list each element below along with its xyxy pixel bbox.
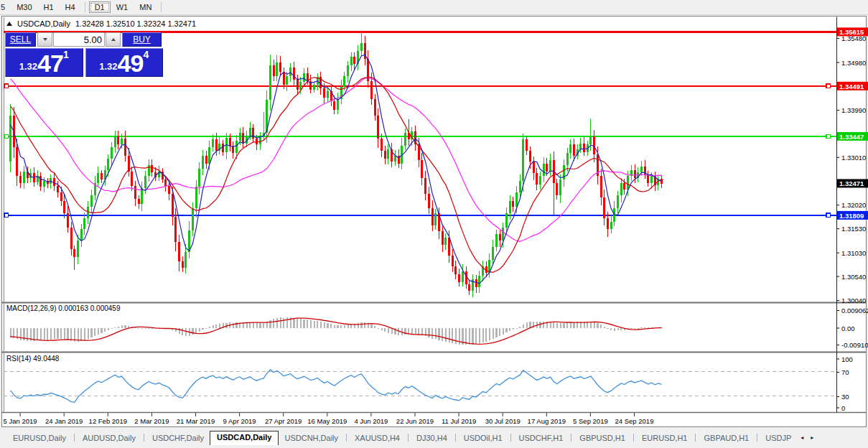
buy-price-big: 49 <box>118 53 144 75</box>
svg-text:1.33990: 1.33990 <box>841 106 866 114</box>
chart-tab-dj30-h4[interactable]: DJ30,H4 <box>411 431 453 445</box>
svg-text:22 Jun 2019: 22 Jun 2019 <box>396 417 434 425</box>
line-handle[interactable] <box>4 84 9 88</box>
svg-text:5 Sep 2019: 5 Sep 2019 <box>573 417 608 425</box>
chart-tab-usdcnh-daily[interactable]: USDCNH,Daily <box>279 431 344 445</box>
line-handle[interactable] <box>4 134 9 139</box>
tab-separator <box>633 434 634 442</box>
svg-text:-0.009107: -0.009107 <box>841 341 868 349</box>
chart-tab-xauusd-h4[interactable]: XAUUSD,H4 <box>349 431 406 445</box>
chart-symbol-title: USDCAD,Daily <box>17 19 70 28</box>
svg-text:17 Aug 2019: 17 Aug 2019 <box>528 417 566 425</box>
chart-tab-usdoil-h1[interactable]: USDOil,H1 <box>458 431 508 445</box>
toolbar-separator <box>161 2 162 12</box>
toolbar-separator <box>85 2 85 12</box>
svg-text:0.00: 0.00 <box>841 325 855 332</box>
timeframe-button-mn[interactable]: MN <box>134 1 157 13</box>
volume-increase-button[interactable] <box>106 32 121 47</box>
timeframe-button-h1[interactable]: H1 <box>38 1 60 13</box>
svg-text:1.34491: 1.34491 <box>839 83 864 90</box>
tab-separator <box>144 434 144 442</box>
sell-price-big: 47 <box>37 53 63 75</box>
timeframe-button-w1[interactable]: W1 <box>111 1 134 13</box>
svg-text:5 Jan 2019: 5 Jan 2019 <box>4 417 37 425</box>
svg-text:1.35615: 1.35615 <box>839 28 864 36</box>
chart-tab-bar: EURUSD,DailyAUDUSD,DailyUSDCHF,DailyUSDC… <box>0 431 868 445</box>
chart-collapse-icon[interactable] <box>6 22 12 26</box>
volume-decrease-button[interactable] <box>37 32 52 47</box>
chevron-up-icon <box>111 38 116 41</box>
svg-text:9 Apr 2019: 9 Apr 2019 <box>223 417 256 425</box>
svg-text:16 May 2019: 16 May 2019 <box>307 417 347 425</box>
svg-text:27 Apr 2019: 27 Apr 2019 <box>265 417 302 425</box>
svg-text:70: 70 <box>841 368 849 376</box>
line-handle[interactable] <box>826 134 831 139</box>
chart-tab-eurusd-h1[interactable]: EURUSD,H1 <box>636 431 694 445</box>
line-handle[interactable] <box>4 213 9 218</box>
buy-button[interactable]: BUY <box>122 32 162 47</box>
sell-price-pip: 1 <box>63 49 69 60</box>
svg-text:1.33010: 1.33010 <box>841 154 866 162</box>
chart-window-frame <box>2 17 867 427</box>
svg-text:1.30040: 1.30040 <box>841 297 866 304</box>
svg-text:30: 30 <box>841 393 849 401</box>
chart-tab-eurusd-daily[interactable]: EURUSD,Daily <box>7 431 72 445</box>
svg-text:1.30540: 1.30540 <box>841 273 866 281</box>
chart-tab-gbpusd-h1[interactable]: GBPUSD,H1 <box>574 431 631 445</box>
svg-text:1.31809: 1.31809 <box>839 212 864 220</box>
sell-price-box[interactable]: 1.32 47 1 <box>5 48 83 77</box>
chart-title-row: USDCAD,Daily 1.32428 1.32510 1.32324 1.3… <box>6 19 196 28</box>
svg-text:12 Feb 2019: 12 Feb 2019 <box>89 417 127 425</box>
chart-tab-usdjp[interactable]: USDJP <box>760 431 797 445</box>
buy-price-pip: 4 <box>143 49 149 60</box>
chart-ohlc-quotes: 1.32428 1.32510 1.32324 1.32471 <box>75 19 196 28</box>
line-handle[interactable] <box>826 84 831 88</box>
timeframe-button-5[interactable]: 5 <box>0 1 11 13</box>
svg-text:1.34980: 1.34980 <box>841 59 866 67</box>
buy-price-box[interactable]: 1.32 49 4 <box>85 48 164 77</box>
svg-text:100: 100 <box>841 355 853 363</box>
one-click-trading-panel: SELL BUY 1.32 47 1 1.32 49 4 <box>5 32 163 77</box>
tab-scroll-left-button[interactable]: ◂ <box>797 434 807 445</box>
sell-price-prefix: 1.32 <box>19 61 37 72</box>
svg-text:24 Jan 2019: 24 Jan 2019 <box>45 417 83 425</box>
tab-separator <box>695 434 696 442</box>
svg-text:1.33447: 1.33447 <box>839 133 864 141</box>
chevron-down-icon <box>43 38 47 41</box>
svg-text:1.31030: 1.31030 <box>841 249 866 257</box>
svg-text:2 Mar 2019: 2 Mar 2019 <box>134 417 169 425</box>
timeframe-button-h4[interactable]: H4 <box>60 1 81 13</box>
chart-tab-usdcad-daily[interactable]: USDCAD,Daily <box>210 431 279 445</box>
chart-tab-audusd-daily[interactable]: AUDUSD,Daily <box>77 431 141 445</box>
svg-text:4 Jun 2019: 4 Jun 2019 <box>354 417 388 425</box>
tab-separator <box>757 434 757 442</box>
chart-tab-usdchf-daily[interactable]: USDCHF,Daily <box>146 431 210 445</box>
trade-controls-row: SELL BUY <box>5 32 163 47</box>
chart-tab-gbpaud-h1[interactable]: GBPAUD,H1 <box>698 431 755 445</box>
svg-text:1.32471: 1.32471 <box>839 179 864 187</box>
svg-text:30 Jul 2019: 30 Jul 2019 <box>485 417 521 425</box>
macd-indicator-label: MACD(12,26,9) 0.000163 0.000459 <box>6 304 120 312</box>
buy-price-prefix: 1.32 <box>99 61 117 72</box>
timeframe-button-m30[interactable]: M30 <box>11 1 37 13</box>
svg-text:1.32020: 1.32020 <box>841 201 866 209</box>
svg-text:24 Sep 2019: 24 Sep 2019 <box>615 417 654 425</box>
tab-separator <box>74 434 75 442</box>
chart-tab-usdchf-h1[interactable]: USDCHF,H1 <box>513 431 569 445</box>
sell-button[interactable]: SELL <box>5 32 36 47</box>
rsi-indicator-label: RSI(14) 49.0448 <box>6 355 59 363</box>
svg-text:0.009062: 0.009062 <box>841 307 868 314</box>
tab-separator <box>346 434 347 442</box>
tab-separator <box>455 434 456 442</box>
svg-text:0: 0 <box>841 404 845 412</box>
tab-separator <box>408 434 409 442</box>
line-handle[interactable] <box>826 213 831 218</box>
svg-text:1.31530: 1.31530 <box>841 225 866 233</box>
svg-text:11 Jul 2019: 11 Jul 2019 <box>442 417 476 425</box>
svg-text:21 Mar 2019: 21 Mar 2019 <box>177 417 215 425</box>
timeframe-toolbar: 5M30H1H4D1W1MN <box>0 0 868 15</box>
timeframe-button-d1[interactable]: D1 <box>89 1 111 13</box>
mt4-terminal: { "toolbar": { "timeframes": ["5", "M30"… <box>0 0 868 448</box>
volume-input[interactable] <box>53 32 105 47</box>
tab-scroll-right-button[interactable]: ▸ <box>807 434 817 445</box>
